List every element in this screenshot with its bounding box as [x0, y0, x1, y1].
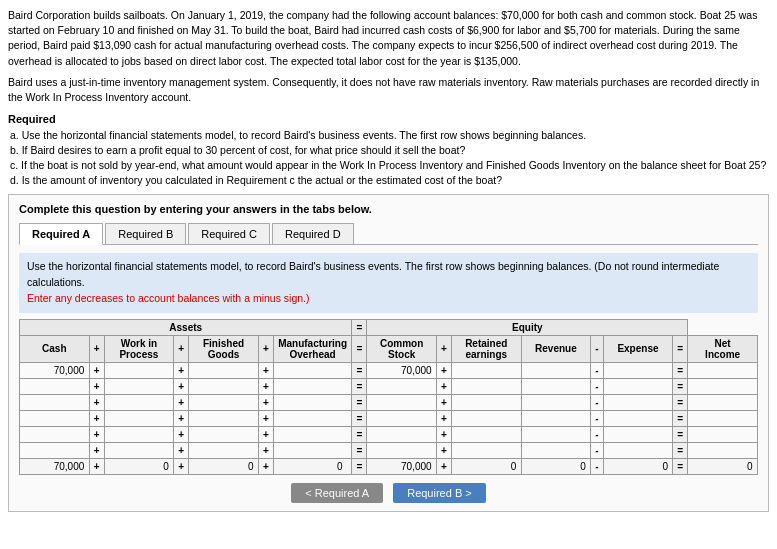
cell-mfg-2[interactable] — [273, 378, 352, 394]
input-common-2[interactable] — [372, 381, 432, 392]
bottom-nav: < Required A Required B > — [19, 483, 758, 503]
total-ni[interactable] — [688, 458, 758, 474]
col-plus1: + — [89, 335, 104, 362]
input-total-cash[interactable] — [24, 461, 84, 472]
table-row: + + + = + - = — [20, 362, 758, 378]
tab-required-c[interactable]: Required C — [188, 223, 270, 244]
input-total-rev[interactable] — [526, 461, 586, 472]
input-retained-1[interactable] — [456, 365, 516, 376]
paragraph2: Baird uses a just-in-time inventory mana… — [8, 75, 769, 105]
table-container: Assets = Equity Cash + Work inProcess + … — [19, 319, 758, 475]
col-eq2: = — [673, 335, 688, 362]
col-plus4: + — [436, 335, 451, 362]
instruction-red: Enter any decreases to account balances … — [27, 292, 310, 304]
totals-row: + + + = + - = — [20, 458, 758, 474]
col-expense: Expense — [603, 335, 673, 362]
minus-r1: - — [591, 362, 603, 378]
input-total-wip[interactable] — [109, 461, 169, 472]
input-cash-1[interactable] — [24, 365, 84, 376]
col-cash: Cash — [20, 335, 90, 362]
col-fg: FinishedGoods — [189, 335, 259, 362]
input-rev-1[interactable] — [526, 365, 586, 376]
tab-required-d[interactable]: Required D — [272, 223, 354, 244]
cell-fg-2[interactable] — [189, 378, 259, 394]
instruction-main: Use the horizontal financial statements … — [27, 260, 591, 272]
input-mfg-1[interactable] — [283, 365, 343, 376]
equity-header: Equity — [367, 319, 688, 335]
total-rev[interactable] — [521, 458, 591, 474]
input-total-ni[interactable] — [693, 461, 753, 472]
input-total-exp[interactable] — [608, 461, 668, 472]
cell-wip-1[interactable] — [104, 362, 174, 378]
input-total-common[interactable] — [372, 461, 432, 472]
cell-common-2[interactable] — [367, 378, 437, 394]
input-wip-1[interactable] — [109, 365, 169, 376]
cell-retained-2[interactable] — [451, 378, 521, 394]
total-wip[interactable] — [104, 458, 174, 474]
table-row: + + + = + - = — [20, 410, 758, 426]
table-row: + + + = + - = — [20, 442, 758, 458]
cell-fg-1[interactable] — [189, 362, 259, 378]
question-a: a. Use the horizontal financial statemen… — [10, 129, 769, 141]
table-row: + + + = + - = — [20, 378, 758, 394]
col-minus1: - — [591, 335, 603, 362]
cell-exp-1[interactable] — [603, 362, 673, 378]
col-revenue: Revenue — [521, 335, 591, 362]
col-retained: Retainedearnings — [451, 335, 521, 362]
cell-mfg-1[interactable] — [273, 362, 352, 378]
prev-button[interactable]: < Required A — [291, 483, 383, 503]
col-plus3: + — [258, 335, 273, 362]
question-c: c. If the boat is not sold by year-end, … — [10, 159, 769, 171]
input-wip-2[interactable] — [109, 381, 169, 392]
input-mfg-2[interactable] — [283, 381, 343, 392]
cell-ni-2[interactable] — [688, 378, 758, 394]
cell-wip-2[interactable] — [104, 378, 174, 394]
input-total-retained[interactable] — [456, 461, 516, 472]
input-total-fg[interactable] — [194, 461, 254, 472]
cell-ni-1[interactable] — [688, 362, 758, 378]
plus-r1-1: + — [89, 362, 104, 378]
cell-cash-1[interactable] — [20, 362, 90, 378]
total-cash[interactable] — [20, 458, 90, 474]
cell-common-1[interactable] — [367, 362, 437, 378]
tab-required-a[interactable]: Required A — [19, 223, 103, 245]
plus-r1-4: + — [436, 362, 451, 378]
question-list: a. Use the horizontal financial statemen… — [10, 129, 769, 186]
col-mfg: ManufacturingOverhead — [273, 335, 352, 362]
complete-box: Complete this question by entering your … — [8, 194, 769, 511]
next-button[interactable]: Required B > — [393, 483, 486, 503]
total-mfg[interactable] — [273, 458, 352, 474]
input-fg-2[interactable] — [194, 381, 254, 392]
total-common[interactable] — [367, 458, 437, 474]
input-ni-1[interactable] — [693, 365, 753, 376]
input-rev-2[interactable] — [526, 381, 586, 392]
col-plus2: + — [174, 335, 189, 362]
total-exp[interactable] — [603, 458, 673, 474]
col-eq1: = — [352, 335, 367, 362]
assets-header: Assets — [20, 319, 352, 335]
table-row: + + + = + - = — [20, 426, 758, 442]
total-fg[interactable] — [189, 458, 259, 474]
cell-rev-1[interactable] — [521, 362, 591, 378]
cell-rev-2[interactable] — [521, 378, 591, 394]
eq-sign-1: = — [352, 319, 367, 335]
input-exp-1[interactable] — [608, 365, 668, 376]
question-b: b. If Baird desires to earn a profit equ… — [10, 144, 769, 156]
input-retained-2[interactable] — [456, 381, 516, 392]
cell-cash-2[interactable] — [20, 378, 90, 394]
col-common: CommonStock — [367, 335, 437, 362]
input-total-mfg[interactable] — [283, 461, 343, 472]
input-cash-2[interactable] — [24, 381, 84, 392]
eq-r1: = — [352, 362, 367, 378]
input-exp-2[interactable] — [608, 381, 668, 392]
input-fg-1[interactable] — [194, 365, 254, 376]
input-ni-2[interactable] — [693, 381, 753, 392]
input-common-1[interactable] — [372, 365, 432, 376]
plus-r1-3: + — [258, 362, 273, 378]
cell-exp-2[interactable] — [603, 378, 673, 394]
tab-required-b[interactable]: Required B — [105, 223, 186, 244]
financial-table: Assets = Equity Cash + Work inProcess + … — [19, 319, 758, 475]
cell-retained-1[interactable] — [451, 362, 521, 378]
total-retained[interactable] — [451, 458, 521, 474]
required-header: Required — [8, 113, 769, 125]
